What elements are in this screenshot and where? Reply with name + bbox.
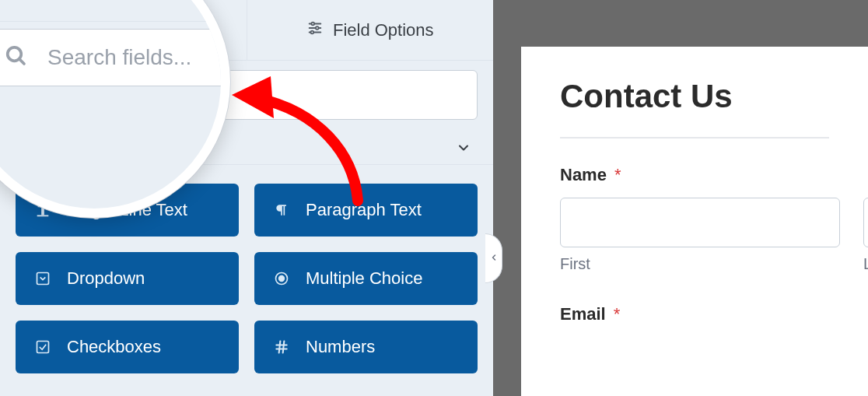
field-paragraph-text[interactable]: Paragraph Text (254, 184, 478, 237)
chevron-down-icon (456, 140, 471, 159)
field-label: Dropdown (67, 268, 145, 289)
svg-rect-9 (37, 273, 49, 285)
dropdown-icon (33, 271, 53, 286)
field-label: Multiple Choice (306, 268, 422, 289)
hash-icon (271, 339, 292, 355)
svg-line-24 (19, 59, 24, 64)
form-title: Contact Us (560, 78, 829, 115)
chevron-left-icon (489, 251, 499, 265)
field-dropdown[interactable]: Dropdown (16, 252, 239, 305)
field-checkboxes[interactable]: Checkboxes (16, 321, 239, 373)
first-sublabel: First (560, 255, 840, 273)
email-field-block: Email * (560, 304, 829, 324)
collapse-sidebar-handle[interactable] (485, 233, 502, 283)
required-asterisk: * (614, 304, 621, 324)
form-preview: Contact Us Name * First L Email * (521, 47, 868, 396)
name-label-row: Name * (560, 165, 829, 185)
svg-line-16 (283, 342, 285, 353)
last-sublabel: L (863, 255, 868, 273)
last-name-input[interactable] (863, 198, 868, 247)
svg-point-11 (279, 276, 285, 282)
svg-point-4 (316, 26, 319, 30)
field-numbers[interactable]: Numbers (254, 321, 478, 373)
email-label-row: Email * (560, 304, 829, 324)
field-label: Numbers (306, 337, 375, 357)
svg-point-3 (311, 22, 314, 25)
field-label-text: Name (560, 165, 607, 185)
svg-line-15 (279, 342, 281, 353)
divider (560, 137, 829, 138)
field-label-text: Email (560, 304, 606, 324)
svg-point-5 (310, 30, 313, 33)
tab-label: Field Options (333, 20, 434, 40)
sliders-icon (306, 19, 324, 41)
preview-area: Contact Us Name * First L Email * (506, 0, 868, 396)
field-multiple-choice[interactable]: Multiple Choice (254, 252, 478, 305)
svg-rect-12 (37, 342, 49, 353)
name-field-block: Name * First L (560, 165, 829, 273)
required-asterisk: * (614, 165, 621, 185)
checkbox-icon (33, 339, 53, 355)
radio-icon (271, 271, 292, 286)
paragraph-icon (271, 202, 292, 218)
first-name-input[interactable] (560, 198, 840, 247)
field-label: Checkboxes (67, 337, 161, 357)
tab-field-options[interactable]: Field Options (247, 0, 494, 61)
field-label: Paragraph Text (306, 200, 422, 220)
svg-rect-8 (37, 215, 49, 216)
